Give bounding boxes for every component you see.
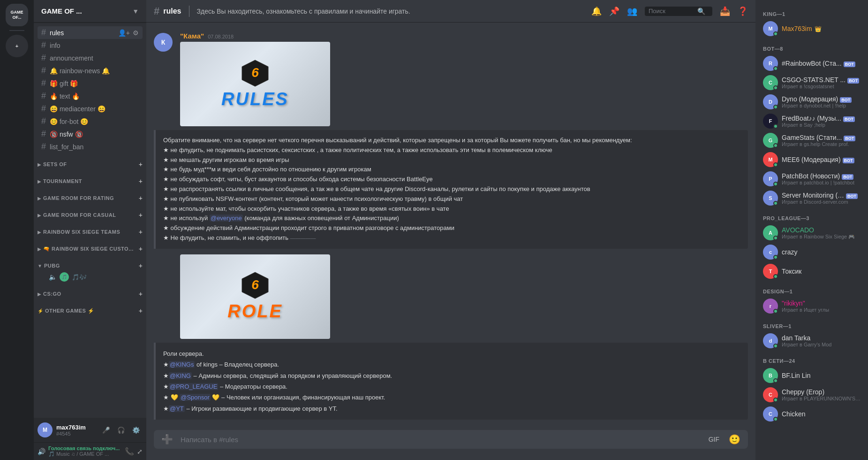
member-avatar-gamestats: G xyxy=(763,133,778,148)
add-icon[interactable]: + xyxy=(139,245,143,253)
add-icon[interactable]: + xyxy=(139,211,143,219)
channel-item-announcement[interactable]: # announcement xyxy=(38,52,143,64)
member-info-csgostats: CSGO-STATS.NET ...BOT Играет в !csgostat… xyxy=(782,76,860,89)
king-mention: @KING xyxy=(169,372,192,379)
speaker-icon: 🔈 xyxy=(49,273,57,281)
settings-icon[interactable]: ⚙ xyxy=(133,29,139,37)
member-item-rikikyn[interactable]: r "rikikyn" Играет в Ищет углы xyxy=(759,297,864,315)
member-item-servermonitoring[interactable]: S Server Monitoring (…BOT Играет в Disco… xyxy=(759,189,864,207)
category-sets-of[interactable]: ▶ SETS OF + xyxy=(34,153,146,170)
attach-icon[interactable]: ➕ xyxy=(158,430,177,449)
member-separator-1 xyxy=(759,38,864,42)
add-icon[interactable]: + xyxy=(139,228,143,236)
member-info-gamestats: GameStats (Стати...BOT Играет в gs.help … xyxy=(782,134,860,147)
member-item-crazy[interactable]: c crazy xyxy=(759,243,864,261)
server-icon-2[interactable]: + xyxy=(6,35,28,57)
channel-item-nsfw[interactable]: # 🔞 nsfw 🔞 xyxy=(38,128,143,140)
category-game-room-casual[interactable]: ▶ GAME ROOM FOR CASUAL + xyxy=(34,204,146,221)
sticker-icon[interactable]: 🙂 xyxy=(725,430,744,449)
category-other-games[interactable]: ⚡ OTHER GAMES ⚡ + xyxy=(34,299,146,316)
add-icon[interactable]: + xyxy=(139,307,143,314)
member-avatar-bflinlin: B xyxy=(763,368,778,383)
mute-button[interactable]: 🎤 xyxy=(99,423,113,437)
disconnect-icon[interactable]: 📞 xyxy=(125,447,134,456)
add-icon[interactable]: + xyxy=(139,262,143,269)
add-icon[interactable]: + xyxy=(139,177,143,185)
member-item-csgostats[interactable]: C CSGO-STATS.NET ...BOT Играет в !csgost… xyxy=(759,73,864,92)
member-name-toksik: Токсик xyxy=(782,268,860,275)
category-rainbow-six-teams[interactable]: ▶ RAINBOW SIX SIEGE TEAMS + xyxy=(34,221,146,238)
sidebar: GAME OF ... ▼ # rules 👤+ ⚙ # info # anno… xyxy=(34,0,146,460)
sidebar-header[interactable]: GAME OF ... ▼ xyxy=(34,0,146,23)
add-icon[interactable]: + xyxy=(139,290,143,298)
add-icon[interactable]: + xyxy=(139,161,143,168)
member-item-fredboat[interactable]: F FredBoat♪♪ (Музы...BOT Играет в Say ;h… xyxy=(759,112,864,130)
member-status-dyno: Играет в dynobot.net | !help xyxy=(782,103,860,108)
category-pubg[interactable]: ▼ PUBG + xyxy=(34,254,146,271)
search-input[interactable] xyxy=(649,8,695,15)
message-avatar-spacer xyxy=(154,254,173,339)
members-icon[interactable]: 👥 xyxy=(627,6,637,16)
add-icon[interactable]: + xyxy=(139,194,143,202)
sponsor-mention: @Sponsor xyxy=(180,394,211,401)
channel-item-mediacenter[interactable]: # 😄 mediacenter 😄 xyxy=(38,102,143,115)
category-game-room-rating[interactable]: ▶ GAME ROOM FOR RATING + xyxy=(34,187,146,204)
help-icon[interactable]: ❓ xyxy=(738,6,748,16)
bell-icon[interactable]: 🔔 xyxy=(591,6,602,16)
member-info-dyno: Dyno (Модерация)BOT Играет в dynobot.net… xyxy=(782,95,860,108)
voice-connection-bar: 🔊 Голосовая связь подключ... 🎵 Music ♫ /… xyxy=(34,442,146,460)
category-name: GAME ROOM FOR CASUAL xyxy=(43,212,137,218)
hash-icon: # xyxy=(41,116,46,126)
user-settings-button[interactable]: ⚙️ xyxy=(129,423,143,437)
channel-item-rainbow-news[interactable]: # 🔔 rainbow-news 🔔 xyxy=(38,64,143,77)
chevron-down-icon: ▼ xyxy=(132,8,139,15)
pin-icon[interactable]: 📌 xyxy=(609,6,619,16)
category-rainbow-six-custom[interactable]: ▶ 🔫 RAINBOW SIX SIEGE CUSTO... + xyxy=(34,238,146,254)
category-tournament[interactable]: ▶ TOURNAMENT + xyxy=(34,170,146,187)
category-arrow: ▶ xyxy=(38,196,41,201)
member-item-rainbowbot[interactable]: R #RainbowBot (Ста...BOT xyxy=(759,54,864,73)
server-divider xyxy=(9,30,24,31)
channel-item-rules[interactable]: # rules 👤+ ⚙ xyxy=(38,26,143,39)
deafen-button[interactable]: 🎧 xyxy=(114,423,128,437)
member-info-crazy: crazy xyxy=(782,248,860,256)
message-header-1: "Кама" 07.08.2018 xyxy=(180,32,748,40)
member-item-dan-tarka[interactable]: d dan Tarka Играет в Garry's Mod xyxy=(759,331,864,350)
search-icon: 🔍 xyxy=(697,8,705,15)
category-csgo[interactable]: ▶ CS:GO + xyxy=(34,283,146,299)
inbox-icon[interactable]: 📥 xyxy=(720,6,730,16)
gif-icon[interactable]: GIF xyxy=(705,432,723,447)
member-item-toksik[interactable]: Т Токсик xyxy=(759,262,864,281)
member-info-mee6: MEE6 (Модерация)BOT xyxy=(782,156,860,163)
member-name-rikikyn: "rikikyn" xyxy=(782,299,860,307)
member-item-patchbot[interactable]: P PatchBot (Новости)BOT Играет в patchbo… xyxy=(759,169,864,188)
role-image-container: 6 ROLE xyxy=(180,254,330,339)
member-item-cheppy[interactable]: C Cheppy (Erop) Играет в PLAYERUNKNOWN'S… xyxy=(759,385,864,404)
hash-icon: # xyxy=(41,129,46,139)
channel-item-list-for-ban[interactable]: # list_for_ban xyxy=(38,140,143,153)
channel-title: rules xyxy=(163,7,181,15)
channel-item-for-bot[interactable]: # 😊 for-bot 😊 xyxy=(38,115,143,128)
channel-item-text[interactable]: # 🔥 text 🔥 xyxy=(38,90,143,102)
category-arrow: ▶ xyxy=(38,291,41,297)
channel-item-gift[interactable]: # 🎁 gift 🎁 xyxy=(38,77,143,90)
voice-user-1[interactable]: 🔈 🎵 🎵🎶 xyxy=(38,271,146,283)
member-item-chicken[interactable]: C Chicken xyxy=(759,405,864,423)
message-input-field[interactable] xyxy=(181,430,701,449)
member-item-avocado[interactable]: A AVOCADO Играет в Rainbow Six Siege 🎮 xyxy=(759,223,864,242)
member-status-avocado: Играет в Rainbow Six Siege 🎮 xyxy=(782,234,860,240)
member-category-online: В СЕТИ—24 xyxy=(759,354,864,366)
expand-icon[interactable]: ⤢ xyxy=(137,448,143,455)
user-plus-icon[interactable]: 👤+ xyxy=(118,29,130,37)
member-item-bflinlin[interactable]: B BF.Lin Lin xyxy=(759,366,864,385)
member-item-dyno[interactable]: D Dyno (Модерация)BOT Играет в dynobot.n… xyxy=(759,92,864,111)
member-item-max763im[interactable]: M Max763im 👑 xyxy=(759,19,864,38)
message-input-container: ➕ GIF 🙂 xyxy=(146,430,755,460)
member-item-mee6[interactable]: M MEE6 (Модерация)BOT xyxy=(759,150,864,169)
svg-text:6: 6 xyxy=(251,277,259,292)
search-box[interactable]: 🔍 xyxy=(645,7,712,16)
member-item-gamestats[interactable]: G GameStats (Стати...BOT Играет в gs.hel… xyxy=(759,131,864,150)
channel-item-info[interactable]: # info xyxy=(38,39,143,52)
server-icon-active[interactable]: GAMEOF... xyxy=(6,4,28,26)
pro-league-mention: @PRO_LEAGUE xyxy=(169,383,218,390)
